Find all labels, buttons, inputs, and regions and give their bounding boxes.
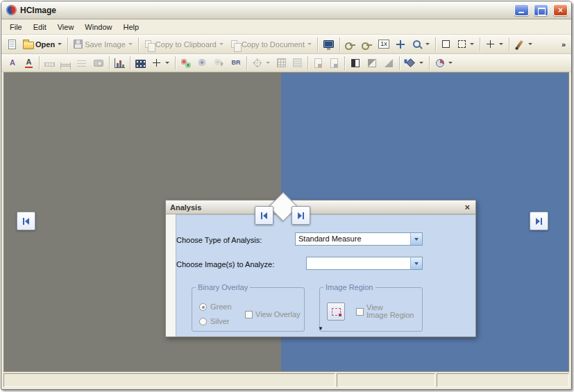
fill-tool-button[interactable]: [403, 56, 426, 71]
new-document-button[interactable]: [5, 37, 19, 52]
copy-to-clipboard-icon: [145, 40, 151, 48]
silver-radio: [199, 318, 207, 325]
menu-view[interactable]: View: [52, 21, 80, 33]
analysis-dialog: Analysis × Choose Type of Analysis: Stan…: [165, 200, 476, 337]
process-gears-button[interactable]: [178, 56, 194, 71]
toolbar-button-label: Copy to Clipboard: [155, 40, 217, 49]
dock-guide-center-left[interactable]: [255, 206, 273, 225]
titlebar[interactable]: HCImage ×: [1, 1, 571, 19]
background-correction-button[interactable]: BR: [228, 56, 244, 71]
invert-icon: [368, 59, 376, 67]
dock-guide-center-right[interactable]: [292, 206, 310, 225]
key-1-icon: [345, 42, 356, 49]
arrow-right-icon: [536, 218, 540, 225]
zoom-1x-button[interactable]: 1x: [376, 37, 391, 52]
text-annotation-button[interactable]: A: [5, 56, 20, 71]
analysis-dialog-close-button[interactable]: ×: [463, 203, 471, 212]
ruler-icon: [44, 62, 55, 67]
copy-to-document-button: Copy to Document: [228, 37, 314, 52]
select-image-region-button[interactable]: [327, 302, 345, 321]
document-red-button: [311, 56, 326, 71]
crosshair-tool-button[interactable]: [483, 37, 506, 52]
view-image-region-checkbox: [356, 308, 364, 316]
dock-edge-icon: [261, 212, 262, 219]
contrast-button[interactable]: [348, 56, 363, 71]
dock-edge-icon: [541, 218, 542, 225]
settings-gear-button[interactable]: [195, 56, 210, 71]
open-icon: [23, 42, 34, 49]
analysis-images-dropdown[interactable]: [306, 257, 423, 270]
run-gear-icon: [214, 58, 225, 69]
region-shape-button[interactable]: [455, 37, 477, 52]
binary-overlay-group: Binary Overlay Green Silver View Overlay: [192, 283, 305, 332]
maximize-button[interactable]: [534, 4, 548, 16]
key-1-button[interactable]: [343, 37, 358, 52]
analysis-type-value: Standard Measure: [296, 233, 410, 245]
grid-icon: [277, 58, 286, 67]
analysis-dialog-title: Analysis: [170, 203, 463, 212]
process-gears-icon: [180, 58, 192, 69]
dock-guide-right[interactable]: [530, 212, 548, 230]
document-blue-button: [327, 56, 341, 71]
toolbar-separator: [399, 56, 400, 70]
toolbar-separator: [480, 37, 480, 51]
view-overlay-label: View Overlay: [255, 310, 301, 318]
toolbar-separator: [130, 56, 130, 70]
analysis-type-dropdown[interactable]: Standard Measure: [295, 232, 423, 246]
ruler-button: [42, 56, 57, 71]
histogram-button[interactable]: [112, 56, 127, 71]
annotation-tool-button[interactable]: [512, 37, 535, 52]
chevron-down-icon[interactable]: [410, 233, 422, 245]
copy-to-clipboard-button: Copy to Clipboard: [142, 37, 226, 52]
display-settings-button[interactable]: [321, 37, 337, 52]
toolbar-separator: [67, 37, 68, 51]
zoom-tool-button[interactable]: [410, 37, 432, 52]
silver-radio-label: Silver: [210, 317, 230, 325]
tracking-button[interactable]: [149, 56, 172, 71]
close-button[interactable]: ×: [553, 4, 568, 16]
camera-icon: [94, 60, 103, 67]
select-region-button[interactable]: [439, 37, 453, 52]
analysis-dialog-content: Choose Type of Analysis: Standard Measur…: [166, 214, 475, 336]
status-pane-1: [3, 373, 335, 387]
menu-edit[interactable]: Edit: [28, 21, 52, 33]
window-title: HCImage: [20, 6, 509, 15]
grid-dense-button: [290, 56, 305, 71]
scroll-down-arrow-icon[interactable]: ▼: [318, 326, 323, 332]
dock-guide-left[interactable]: [17, 212, 35, 230]
region-select-icon: [332, 308, 341, 316]
toolbar-overflow-button[interactable]: »: [559, 37, 568, 52]
toolbar-separator: [429, 56, 430, 70]
toolbar-separator: [109, 56, 110, 70]
pan-tool-button[interactable]: [393, 37, 408, 52]
key-2-button[interactable]: [360, 37, 375, 52]
contrast-icon: [351, 59, 360, 67]
tracking-icon: [151, 58, 162, 69]
grid-button: [274, 56, 289, 71]
status-pane-2: [337, 373, 435, 387]
menubar: File Edit View Window Help: [1, 19, 571, 35]
menu-window[interactable]: Window: [79, 21, 117, 33]
dropdown-arrow-icon: [419, 62, 423, 66]
view-image-region-label: View Image Region: [366, 304, 414, 319]
minimize-button[interactable]: [514, 4, 529, 16]
menu-help[interactable]: Help: [117, 21, 144, 33]
run-gear-button: [212, 56, 227, 71]
pie-analysis-button[interactable]: [432, 56, 455, 71]
new-document-icon: [8, 40, 16, 49]
analysis-images-label: Choose Image(s) to Analyze:: [176, 260, 274, 269]
dropdown-arrow-icon: [219, 43, 223, 47]
font-color-button[interactable]: A: [22, 56, 36, 71]
sequence-button[interactable]: [133, 56, 148, 71]
scale-bar-button: [58, 56, 73, 71]
analysis-dialog-titlebar[interactable]: Analysis ×: [166, 201, 475, 214]
chevron-down-icon[interactable]: [410, 257, 422, 269]
analysis-type-label: Choose Type of Analysis:: [176, 236, 262, 244]
workspace: Analysis × Choose Type of Analysis: Stan…: [3, 72, 569, 372]
menu-file[interactable]: File: [4, 21, 28, 33]
toolbar-separator: [509, 37, 509, 51]
overlay-target-button: [250, 56, 273, 71]
toolbar-main: OpenSave ImageCopy to ClipboardCopy to D…: [1, 35, 571, 54]
open-button[interactable]: Open: [21, 37, 65, 52]
toolbar-separator: [138, 37, 139, 51]
